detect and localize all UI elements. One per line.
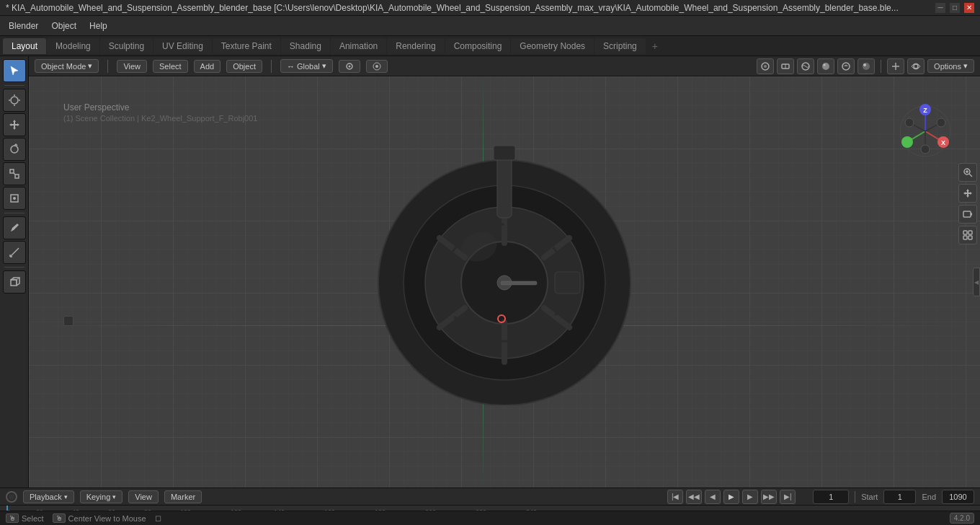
add-menu[interactable]: Add	[194, 60, 221, 73]
vp-sep-3	[881, 60, 881, 73]
tab-geometry-nodes[interactable]: Geometry Nodes	[511, 38, 594, 54]
statusbar: 🖱 Select 🖱 Center View to Mouse ◻ 4.2.0	[0, 511, 980, 525]
measure-tool[interactable]	[3, 241, 26, 264]
svg-rect-76	[968, 231, 972, 234]
camera-view-btn[interactable]	[958, 205, 977, 224]
maximize-button[interactable]: □	[950, 3, 960, 13]
options-label: Options	[934, 62, 961, 71]
view-menu-tl[interactable]: View	[128, 490, 159, 503]
select-tool[interactable]	[3, 59, 26, 82]
tab-compositing[interactable]: Compositing	[445, 38, 511, 54]
svg-point-67	[905, 118, 914, 127]
svg-point-32	[863, 63, 866, 66]
tab-shading[interactable]: Shading	[281, 38, 330, 54]
titlebar-controls: ─ □ ✕	[935, 3, 974, 13]
add-cube-tool[interactable]	[3, 270, 26, 294]
svg-point-20	[348, 65, 350, 67]
keyframe-record-btn[interactable]	[6, 491, 17, 503]
object-menu[interactable]: Object	[226, 60, 262, 73]
options-arrow: ▾	[963, 61, 968, 71]
next-keyframe-btn[interactable]: ▶▶	[761, 490, 777, 504]
rendered-shading[interactable]	[858, 58, 875, 74]
navigation-gizmo[interactable]: Z X	[896, 102, 954, 160]
move-tool[interactable]	[3, 113, 26, 136]
tab-sculpting[interactable]: Sculpting	[100, 38, 153, 54]
scale-tool[interactable]	[3, 162, 26, 185]
svg-point-65	[921, 145, 930, 154]
version-badge: 4.2.0	[950, 513, 974, 524]
next-frame-btn[interactable]: ▶	[742, 490, 758, 504]
start-val-field[interactable]: 1	[883, 490, 916, 504]
play-btn[interactable]: ▶	[723, 490, 739, 504]
view-menu[interactable]: View	[117, 60, 147, 73]
close-button[interactable]: ✕	[964, 3, 974, 13]
prev-frame-btn[interactable]: ◀	[705, 490, 721, 504]
end-val-field[interactable]: 1090	[942, 490, 974, 504]
left-toolbar	[0, 56, 29, 488]
solid-shading[interactable]	[817, 58, 834, 74]
tab-modeling[interactable]: Modeling	[47, 38, 99, 54]
vp-sep-1	[107, 60, 108, 73]
mmb-icon: 🖱	[53, 513, 66, 523]
annotate-tool[interactable]	[3, 216, 26, 239]
prev-keyframe-btn[interactable]: ◀◀	[686, 490, 702, 504]
show-hide-overlays[interactable]	[907, 58, 925, 74]
options-button[interactable]: Options ▾	[927, 59, 974, 73]
svg-text:Z: Z	[923, 107, 927, 114]
current-frame-field[interactable]: 1	[813, 490, 849, 504]
tab-scripting[interactable]: Scripting	[594, 38, 646, 54]
viewport[interactable]: Object Mode ▾ View Select Add Object ↔ G…	[29, 56, 980, 488]
rotate-tool[interactable]	[3, 138, 26, 161]
svg-rect-74	[963, 211, 971, 217]
tab-uv-editing[interactable]: UV Editing	[153, 38, 212, 54]
viewport-overlays[interactable]	[757, 58, 774, 74]
playback-menu[interactable]: Playback ▾	[23, 490, 74, 503]
timeline-right-controls: 1 Start 1 End 1090	[813, 490, 974, 504]
svg-point-24	[764, 65, 767, 68]
titlebar-title: * KIA_Automobile_Wheel_and_Suspension_As…	[6, 3, 899, 13]
marker-menu[interactable]: Marker	[164, 490, 202, 503]
crop-checkbox[interactable]	[63, 316, 74, 326]
xray-toggle[interactable]	[777, 58, 794, 74]
select-status: 🖱 Select	[6, 513, 44, 523]
pan-btn[interactable]	[958, 184, 977, 203]
transform-tool[interactable]	[3, 187, 26, 210]
menu-help[interactable]: Help	[84, 19, 113, 33]
select-menu[interactable]: Select	[153, 60, 188, 73]
jump-end-btn[interactable]: ▶|	[780, 490, 796, 504]
minimize-button[interactable]: ─	[935, 3, 945, 13]
add-workspace-button[interactable]: +	[646, 38, 664, 55]
svg-rect-49	[494, 146, 515, 160]
cursor-tool[interactable]	[3, 89, 26, 112]
menu-object[interactable]: Object	[45, 19, 82, 33]
svg-point-28	[822, 63, 829, 70]
svg-rect-78	[968, 236, 972, 239]
end-label: End	[922, 493, 936, 501]
object-mode-label: Object Mode	[41, 62, 86, 71]
wireframe-shading[interactable]	[797, 58, 814, 74]
snap-button[interactable]	[339, 60, 360, 73]
tab-texture-paint[interactable]: Texture Paint	[213, 38, 280, 54]
panel-collapse-handle[interactable]: ◀	[973, 268, 980, 296]
svg-rect-53	[501, 281, 537, 285]
zoom-in-btn[interactable]	[958, 163, 977, 182]
wheel-3d-model	[360, 131, 649, 405]
tab-animation[interactable]: Animation	[331, 38, 386, 54]
vp-sep-2	[271, 60, 272, 73]
tl-sep-1	[855, 491, 855, 503]
toggle-view-btn[interactable]	[958, 226, 977, 244]
keying-menu[interactable]: Keying ▾	[80, 490, 123, 503]
select-status-label: Select	[22, 514, 44, 523]
material-shading[interactable]	[837, 58, 855, 74]
object-mode-dropdown[interactable]: Object Mode ▾	[35, 59, 99, 73]
proportional-edit[interactable]	[366, 60, 388, 73]
gizmos-toggle[interactable]	[887, 58, 904, 74]
transform-orientation[interactable]: ↔ Global ▾	[280, 59, 333, 73]
tab-rendering[interactable]: Rendering	[387, 38, 444, 54]
svg-rect-14	[11, 280, 17, 286]
jump-start-btn[interactable]: |◀	[667, 490, 683, 504]
svg-text:X: X	[941, 139, 945, 146]
menu-blender[interactable]: Blender	[3, 19, 44, 33]
tab-layout[interactable]: Layout	[3, 38, 46, 54]
scene-canvas: User Perspective (1) Scene Collection | …	[29, 76, 980, 488]
